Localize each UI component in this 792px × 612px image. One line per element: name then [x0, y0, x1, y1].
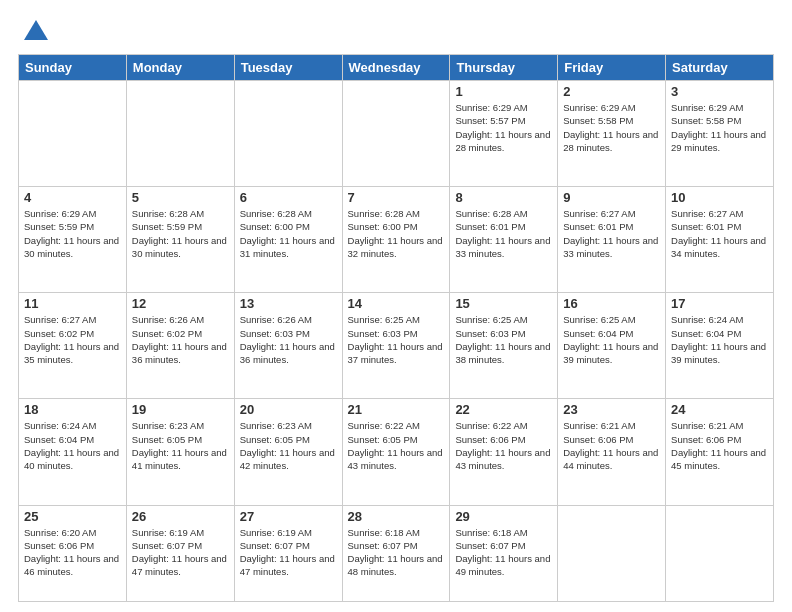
day-cell: 14Sunrise: 6:25 AMSunset: 6:03 PMDayligh…	[342, 293, 450, 399]
day-cell: 9Sunrise: 6:27 AMSunset: 6:01 PMDaylight…	[558, 187, 666, 293]
day-info: Sunrise: 6:27 AMSunset: 6:02 PMDaylight:…	[24, 313, 121, 366]
weekday-header-tuesday: Tuesday	[234, 55, 342, 81]
day-cell: 23Sunrise: 6:21 AMSunset: 6:06 PMDayligh…	[558, 399, 666, 505]
day-number: 5	[132, 190, 229, 205]
calendar-table: SundayMondayTuesdayWednesdayThursdayFrid…	[18, 54, 774, 602]
day-number: 24	[671, 402, 768, 417]
day-info: Sunrise: 6:23 AMSunset: 6:05 PMDaylight:…	[240, 419, 337, 472]
day-number: 7	[348, 190, 445, 205]
day-cell: 2Sunrise: 6:29 AMSunset: 5:58 PMDaylight…	[558, 81, 666, 187]
day-cell: 15Sunrise: 6:25 AMSunset: 6:03 PMDayligh…	[450, 293, 558, 399]
day-info: Sunrise: 6:25 AMSunset: 6:04 PMDaylight:…	[563, 313, 660, 366]
day-cell: 26Sunrise: 6:19 AMSunset: 6:07 PMDayligh…	[126, 505, 234, 602]
day-info: Sunrise: 6:21 AMSunset: 6:06 PMDaylight:…	[671, 419, 768, 472]
day-info: Sunrise: 6:18 AMSunset: 6:07 PMDaylight:…	[455, 526, 552, 579]
day-info: Sunrise: 6:25 AMSunset: 6:03 PMDaylight:…	[348, 313, 445, 366]
day-info: Sunrise: 6:24 AMSunset: 6:04 PMDaylight:…	[24, 419, 121, 472]
day-number: 13	[240, 296, 337, 311]
weekday-header-row: SundayMondayTuesdayWednesdayThursdayFrid…	[19, 55, 774, 81]
day-cell: 20Sunrise: 6:23 AMSunset: 6:05 PMDayligh…	[234, 399, 342, 505]
day-cell: 24Sunrise: 6:21 AMSunset: 6:06 PMDayligh…	[666, 399, 774, 505]
day-cell: 22Sunrise: 6:22 AMSunset: 6:06 PMDayligh…	[450, 399, 558, 505]
week-row-2: 4Sunrise: 6:29 AMSunset: 5:59 PMDaylight…	[19, 187, 774, 293]
day-number: 18	[24, 402, 121, 417]
week-row-4: 18Sunrise: 6:24 AMSunset: 6:04 PMDayligh…	[19, 399, 774, 505]
day-cell: 27Sunrise: 6:19 AMSunset: 6:07 PMDayligh…	[234, 505, 342, 602]
day-info: Sunrise: 6:24 AMSunset: 6:04 PMDaylight:…	[671, 313, 768, 366]
day-cell: 6Sunrise: 6:28 AMSunset: 6:00 PMDaylight…	[234, 187, 342, 293]
day-number: 1	[455, 84, 552, 99]
day-info: Sunrise: 6:28 AMSunset: 5:59 PMDaylight:…	[132, 207, 229, 260]
day-number: 12	[132, 296, 229, 311]
page: SundayMondayTuesdayWednesdayThursdayFrid…	[0, 0, 792, 612]
day-number: 21	[348, 402, 445, 417]
day-number: 25	[24, 509, 121, 524]
day-number: 6	[240, 190, 337, 205]
day-cell	[19, 81, 127, 187]
day-number: 15	[455, 296, 552, 311]
day-cell: 3Sunrise: 6:29 AMSunset: 5:58 PMDaylight…	[666, 81, 774, 187]
day-cell: 7Sunrise: 6:28 AMSunset: 6:00 PMDaylight…	[342, 187, 450, 293]
day-cell	[666, 505, 774, 602]
day-cell	[234, 81, 342, 187]
day-info: Sunrise: 6:26 AMSunset: 6:03 PMDaylight:…	[240, 313, 337, 366]
day-cell: 28Sunrise: 6:18 AMSunset: 6:07 PMDayligh…	[342, 505, 450, 602]
weekday-header-saturday: Saturday	[666, 55, 774, 81]
day-number: 20	[240, 402, 337, 417]
day-info: Sunrise: 6:27 AMSunset: 6:01 PMDaylight:…	[671, 207, 768, 260]
logo	[18, 18, 50, 46]
weekday-header-thursday: Thursday	[450, 55, 558, 81]
day-cell: 8Sunrise: 6:28 AMSunset: 6:01 PMDaylight…	[450, 187, 558, 293]
day-number: 3	[671, 84, 768, 99]
svg-marker-0	[24, 20, 48, 40]
day-info: Sunrise: 6:22 AMSunset: 6:05 PMDaylight:…	[348, 419, 445, 472]
day-info: Sunrise: 6:25 AMSunset: 6:03 PMDaylight:…	[455, 313, 552, 366]
day-number: 23	[563, 402, 660, 417]
day-info: Sunrise: 6:27 AMSunset: 6:01 PMDaylight:…	[563, 207, 660, 260]
day-cell: 11Sunrise: 6:27 AMSunset: 6:02 PMDayligh…	[19, 293, 127, 399]
day-cell: 10Sunrise: 6:27 AMSunset: 6:01 PMDayligh…	[666, 187, 774, 293]
day-info: Sunrise: 6:23 AMSunset: 6:05 PMDaylight:…	[132, 419, 229, 472]
day-cell: 13Sunrise: 6:26 AMSunset: 6:03 PMDayligh…	[234, 293, 342, 399]
day-number: 26	[132, 509, 229, 524]
day-number: 17	[671, 296, 768, 311]
day-cell: 1Sunrise: 6:29 AMSunset: 5:57 PMDaylight…	[450, 81, 558, 187]
weekday-header-friday: Friday	[558, 55, 666, 81]
day-info: Sunrise: 6:19 AMSunset: 6:07 PMDaylight:…	[132, 526, 229, 579]
day-number: 28	[348, 509, 445, 524]
day-number: 8	[455, 190, 552, 205]
week-row-3: 11Sunrise: 6:27 AMSunset: 6:02 PMDayligh…	[19, 293, 774, 399]
day-info: Sunrise: 6:29 AMSunset: 5:58 PMDaylight:…	[563, 101, 660, 154]
day-cell: 12Sunrise: 6:26 AMSunset: 6:02 PMDayligh…	[126, 293, 234, 399]
day-info: Sunrise: 6:18 AMSunset: 6:07 PMDaylight:…	[348, 526, 445, 579]
week-row-5: 25Sunrise: 6:20 AMSunset: 6:06 PMDayligh…	[19, 505, 774, 602]
day-number: 4	[24, 190, 121, 205]
day-cell: 17Sunrise: 6:24 AMSunset: 6:04 PMDayligh…	[666, 293, 774, 399]
day-info: Sunrise: 6:28 AMSunset: 6:00 PMDaylight:…	[240, 207, 337, 260]
day-cell: 16Sunrise: 6:25 AMSunset: 6:04 PMDayligh…	[558, 293, 666, 399]
day-number: 11	[24, 296, 121, 311]
day-cell: 5Sunrise: 6:28 AMSunset: 5:59 PMDaylight…	[126, 187, 234, 293]
logo-icon	[22, 18, 50, 46]
day-info: Sunrise: 6:29 AMSunset: 5:57 PMDaylight:…	[455, 101, 552, 154]
day-number: 16	[563, 296, 660, 311]
day-info: Sunrise: 6:19 AMSunset: 6:07 PMDaylight:…	[240, 526, 337, 579]
day-number: 19	[132, 402, 229, 417]
day-number: 9	[563, 190, 660, 205]
day-cell: 19Sunrise: 6:23 AMSunset: 6:05 PMDayligh…	[126, 399, 234, 505]
header	[18, 18, 774, 46]
day-number: 10	[671, 190, 768, 205]
day-info: Sunrise: 6:21 AMSunset: 6:06 PMDaylight:…	[563, 419, 660, 472]
day-cell: 29Sunrise: 6:18 AMSunset: 6:07 PMDayligh…	[450, 505, 558, 602]
week-row-1: 1Sunrise: 6:29 AMSunset: 5:57 PMDaylight…	[19, 81, 774, 187]
day-number: 14	[348, 296, 445, 311]
day-info: Sunrise: 6:26 AMSunset: 6:02 PMDaylight:…	[132, 313, 229, 366]
day-number: 29	[455, 509, 552, 524]
weekday-header-sunday: Sunday	[19, 55, 127, 81]
day-info: Sunrise: 6:28 AMSunset: 6:01 PMDaylight:…	[455, 207, 552, 260]
day-info: Sunrise: 6:29 AMSunset: 5:59 PMDaylight:…	[24, 207, 121, 260]
day-cell: 4Sunrise: 6:29 AMSunset: 5:59 PMDaylight…	[19, 187, 127, 293]
day-info: Sunrise: 6:29 AMSunset: 5:58 PMDaylight:…	[671, 101, 768, 154]
day-number: 22	[455, 402, 552, 417]
day-info: Sunrise: 6:22 AMSunset: 6:06 PMDaylight:…	[455, 419, 552, 472]
